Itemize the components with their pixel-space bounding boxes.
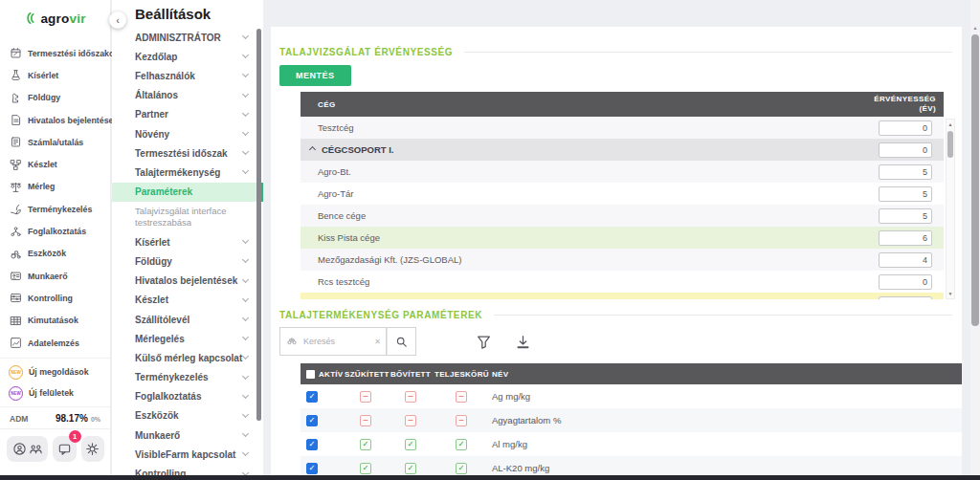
teljeskoru-checkbox[interactable]: – (456, 391, 467, 403)
teljeskoru-checkbox[interactable]: – (456, 415, 467, 426)
teljeskoru-checkbox[interactable]: ✓ (456, 463, 467, 474)
bovitett-checkbox[interactable]: – (405, 391, 416, 403)
aktiv-checkbox[interactable]: ✓ (306, 463, 318, 474)
sidebar-item-számla-utalás[interactable]: Számla/utalás (0, 131, 110, 153)
scroll-down-arrow[interactable]: ▼ (947, 291, 954, 296)
validity-input[interactable] (879, 252, 932, 268)
bovitett-column-header: BŐVÍTETT (387, 370, 434, 379)
aktiv-cell: ✓ (301, 415, 345, 426)
parameter-row-agyagtartalom: ✓–––Agyagtartalom % (301, 408, 962, 432)
settings-item-mérlegelés[interactable]: Mérlegelés (112, 329, 263, 348)
szukitett-checkbox[interactable]: – (360, 391, 371, 403)
settings-item-adminisztrátor[interactable]: ADMINISZTRÁTOR (112, 28, 263, 47)
settings-item-szállítólevél[interactable]: Szállítólevél (112, 310, 263, 329)
org-chart-icon (9, 225, 22, 238)
settings-item-általános[interactable]: Általános (112, 86, 263, 105)
sidebar-item-terménykezelés[interactable]: Terménykezelés (0, 198, 110, 220)
sidebar-item-új-felületek[interactable]: NEWÚj felületek (0, 382, 110, 404)
settings-item-visiblefarm-kapcsolat[interactable]: VisibleFarm kapcsolat (112, 445, 263, 464)
settings-item-termesztési-időszak[interactable]: Termesztési időszak (112, 143, 263, 163)
settings-item-label: Kezdőlap (135, 52, 177, 62)
flask-icon (9, 69, 22, 82)
section1-title: TALAJVIZSGÁLAT ÉRVÉNYESSÉG (279, 47, 453, 57)
validity-input[interactable] (879, 120, 932, 136)
chat-button[interactable]: 1 (53, 436, 76, 462)
sidebar-item-termesztési-időszakok[interactable]: Termesztési időszakok (0, 42, 110, 64)
validity-input[interactable] (879, 186, 932, 202)
scroll-up-arrow[interactable]: ▲ (947, 121, 954, 127)
aktiv-checkbox[interactable]: ✓ (306, 391, 318, 403)
settings-item-felhasználók[interactable]: Felhasználók (112, 66, 263, 85)
settings-item-földügy[interactable]: Földügy (112, 251, 263, 271)
sidebar-item-kísérlet[interactable]: Kísérlet (0, 64, 110, 86)
teljeskoru-checkbox[interactable]: ✓ (456, 439, 467, 450)
validity-table-scrollbar[interactable]: ▲ ▼ (946, 119, 955, 299)
search-button[interactable] (387, 327, 416, 356)
settings-menu-scrollbar[interactable] (256, 29, 261, 421)
settings-item-kísérlet[interactable]: Kísérlet (112, 232, 263, 251)
sidebar-item-kimutatások[interactable]: Kimutatások (0, 310, 110, 332)
search-input[interactable] (301, 336, 370, 347)
sidebar-item-új-megoldások[interactable]: NEWÚj megoldások (0, 361, 110, 382)
validity-input[interactable] (879, 208, 932, 224)
settings-item-munkaerő[interactable]: Munkaerő (112, 425, 263, 445)
aktiv-checkbox[interactable]: ✓ (306, 439, 318, 450)
settings-item-label: Szállítólevél (135, 315, 189, 325)
aktiv-checkbox[interactable]: ✓ (306, 415, 318, 426)
bovitett-checkbox[interactable]: ✓ (405, 439, 416, 450)
search-box: ✕ (279, 327, 387, 356)
settings-item-label: VisibleFarm kapcsolat (135, 449, 235, 460)
settings-subitem-paraméterek-active[interactable]: Paraméterek (112, 183, 263, 202)
settings-item-terménykezelés[interactable]: Terménykezelés (112, 368, 263, 387)
settings-item-foglalkoztatás[interactable]: Foglalkoztatás (112, 387, 263, 406)
settings-menu-items: ADMINISZTRÁTORKezdőlapFelhasználókÁltalá… (112, 28, 263, 480)
page-scrollbar[interactable]: ▲ (970, 0, 980, 475)
sidebar-item-eszközök[interactable]: Eszközök (0, 243, 110, 265)
settings-item-kezdőlap[interactable]: Kezdőlap (112, 47, 263, 66)
chevron-up-icon[interactable] (309, 146, 316, 153)
profile-button[interactable] (7, 436, 48, 462)
sidebar-item-munkaerő[interactable]: Munkaerő (0, 265, 110, 287)
page-scroll-up-arrow[interactable]: ▲ (970, 25, 980, 31)
clear-search-icon[interactable]: ✕ (374, 338, 381, 346)
page-scrollbar-thumb[interactable] (971, 34, 979, 326)
bottom-bar (0, 475, 980, 480)
settings-item-növény[interactable]: Növény (112, 124, 263, 143)
chart-icon (9, 337, 22, 350)
notification-badge: 1 (69, 430, 81, 443)
save-button[interactable]: MENTÉS (279, 65, 351, 86)
validity-input[interactable] (879, 142, 932, 158)
land-icon (9, 91, 22, 104)
collapse-sidebar-button[interactable]: ‹ (109, 11, 126, 29)
settings-item-hivatalos-bejelentések[interactable]: Hivatalos bejelentések (112, 272, 263, 291)
settings-item-külső-mérleg-kapcsolat[interactable]: Külső mérleg kapcsolat (112, 348, 263, 367)
validity-input[interactable] (879, 274, 932, 290)
szukitett-checkbox[interactable]: ✓ (360, 439, 371, 450)
settings-subitem-talajvizsgálat-interface-testreszabása[interactable]: Talajvizsgálat interface testreszabása (112, 202, 263, 233)
szukitett-checkbox[interactable]: ✓ (360, 463, 371, 474)
sidebar-item-foglalkoztatás[interactable]: Foglalkoztatás (0, 220, 110, 242)
settings-button[interactable] (81, 436, 104, 462)
settings-item-partner[interactable]: Partner (112, 105, 263, 124)
sidebar-item-adatelemzés[interactable]: Adatelemzés (0, 332, 110, 354)
bovitett-checkbox[interactable]: ✓ (405, 463, 416, 474)
validity-input[interactable] (879, 230, 932, 246)
settings-item-talajtermékenység[interactable]: Talajtermékenység (112, 163, 263, 182)
teljeskoru-column-header: TELJESKÖRŰ (434, 370, 488, 379)
validity-input[interactable] (879, 164, 932, 180)
szukitett-checkbox[interactable]: – (360, 415, 371, 426)
chevron-down-icon (242, 353, 249, 360)
download-button[interactable] (515, 334, 531, 350)
sidebar-item-készlet[interactable]: Készlet (0, 153, 110, 175)
select-all-checkbox[interactable] (306, 370, 315, 379)
sidebar-item-földügy[interactable]: Földügy (0, 87, 110, 109)
bovitett-checkbox[interactable]: – (405, 415, 416, 426)
settings-item-készlet[interactable]: Készlet (112, 291, 263, 310)
validity-input[interactable] (879, 296, 932, 300)
settings-item-eszközök[interactable]: Eszközök (112, 406, 263, 425)
sidebar-item-hivatalos-bejelentések[interactable]: Hivatalos bejelentések (0, 109, 110, 131)
validity-scrollbar-thumb[interactable] (947, 131, 953, 158)
sidebar-item-kontrolling[interactable]: Kontrolling (0, 287, 110, 309)
sidebar-item-mérleg[interactable]: Mérleg (0, 176, 110, 198)
filter-button[interactable] (476, 334, 492, 350)
